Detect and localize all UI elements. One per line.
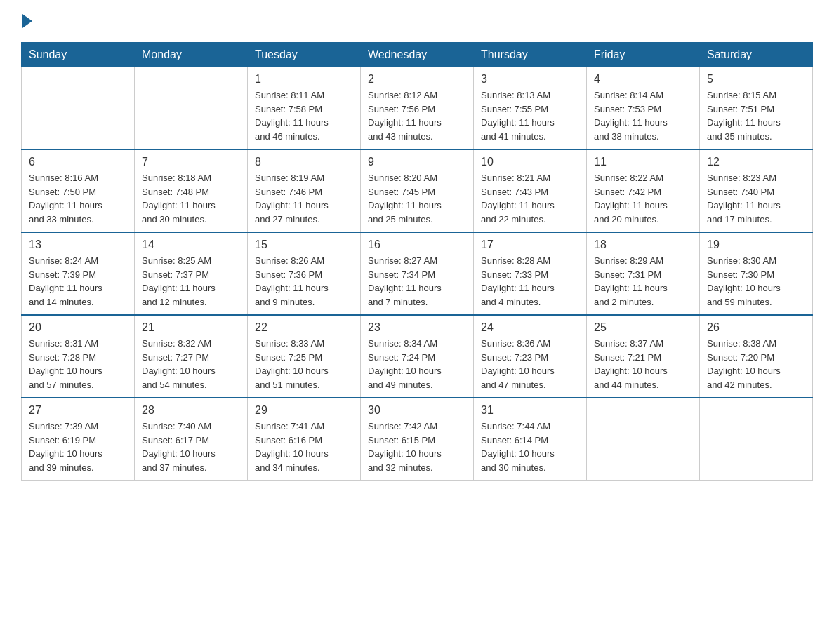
calendar-cell: 3Sunrise: 8:13 AM Sunset: 7:55 PM Daylig…: [474, 67, 587, 150]
day-number: 23: [368, 321, 466, 334]
day-number: 24: [481, 321, 579, 334]
calendar-cell: 19Sunrise: 8:30 AM Sunset: 7:30 PM Dayli…: [700, 232, 813, 315]
column-header-monday: Monday: [135, 43, 248, 67]
day-info: Sunrise: 8:29 AM Sunset: 7:31 PM Dayligh…: [594, 254, 692, 309]
calendar-cell: 20Sunrise: 8:31 AM Sunset: 7:28 PM Dayli…: [22, 315, 135, 398]
calendar-week-row: 20Sunrise: 8:31 AM Sunset: 7:28 PM Dayli…: [22, 315, 813, 398]
calendar-week-row: 27Sunrise: 7:39 AM Sunset: 6:19 PM Dayli…: [22, 398, 813, 481]
day-info: Sunrise: 8:38 AM Sunset: 7:20 PM Dayligh…: [707, 337, 805, 391]
day-number: 18: [594, 239, 692, 251]
day-number: 12: [707, 156, 805, 168]
day-number: 8: [255, 156, 353, 168]
day-number: 22: [255, 321, 353, 334]
calendar-cell: 18Sunrise: 8:29 AM Sunset: 7:31 PM Dayli…: [587, 232, 700, 315]
day-number: 30: [368, 404, 466, 417]
calendar-cell: 29Sunrise: 7:41 AM Sunset: 6:16 PM Dayli…: [248, 398, 361, 481]
day-number: 13: [29, 239, 127, 251]
calendar-cell: 8Sunrise: 8:19 AM Sunset: 7:46 PM Daylig…: [248, 149, 361, 232]
day-number: 5: [707, 73, 805, 86]
day-info: Sunrise: 7:42 AM Sunset: 6:15 PM Dayligh…: [368, 420, 466, 474]
day-number: 19: [707, 239, 805, 251]
day-number: 6: [29, 156, 127, 168]
day-number: 25: [594, 321, 692, 334]
day-info: Sunrise: 8:15 AM Sunset: 7:51 PM Dayligh…: [707, 88, 805, 143]
day-info: Sunrise: 8:13 AM Sunset: 7:55 PM Dayligh…: [481, 88, 579, 143]
day-number: 11: [594, 156, 692, 168]
day-number: 26: [707, 321, 805, 334]
calendar-cell: 25Sunrise: 8:37 AM Sunset: 7:21 PM Dayli…: [587, 315, 700, 398]
calendar-cell: 23Sunrise: 8:34 AM Sunset: 7:24 PM Dayli…: [361, 315, 474, 398]
day-number: 1: [255, 73, 353, 86]
calendar-cell: 10Sunrise: 8:21 AM Sunset: 7:43 PM Dayli…: [474, 149, 587, 232]
calendar-cell: 17Sunrise: 8:28 AM Sunset: 7:33 PM Dayli…: [474, 232, 587, 315]
day-info: Sunrise: 8:27 AM Sunset: 7:34 PM Dayligh…: [368, 254, 466, 309]
calendar-cell: 12Sunrise: 8:23 AM Sunset: 7:40 PM Dayli…: [700, 149, 813, 232]
day-info: Sunrise: 8:11 AM Sunset: 7:58 PM Dayligh…: [255, 88, 353, 143]
calendar-cell: [22, 67, 135, 150]
calendar-cell: 4Sunrise: 8:14 AM Sunset: 7:53 PM Daylig…: [587, 67, 700, 150]
calendar-cell: 15Sunrise: 8:26 AM Sunset: 7:36 PM Dayli…: [248, 232, 361, 315]
day-number: 4: [594, 73, 692, 86]
day-info: Sunrise: 8:20 AM Sunset: 7:45 PM Dayligh…: [368, 171, 466, 226]
page-header: [21, 14, 813, 28]
column-header-sunday: Sunday: [22, 43, 135, 67]
day-info: Sunrise: 8:33 AM Sunset: 7:25 PM Dayligh…: [255, 337, 353, 391]
column-header-saturday: Saturday: [700, 43, 813, 67]
calendar-cell: 13Sunrise: 8:24 AM Sunset: 7:39 PM Dayli…: [22, 232, 135, 315]
calendar-table: SundayMondayTuesdayWednesdayThursdayFrid…: [21, 42, 813, 481]
calendar-week-row: 13Sunrise: 8:24 AM Sunset: 7:39 PM Dayli…: [22, 232, 813, 315]
day-info: Sunrise: 8:21 AM Sunset: 7:43 PM Dayligh…: [481, 171, 579, 226]
day-info: Sunrise: 7:41 AM Sunset: 6:16 PM Dayligh…: [255, 420, 353, 474]
calendar-cell: 5Sunrise: 8:15 AM Sunset: 7:51 PM Daylig…: [700, 67, 813, 150]
day-info: Sunrise: 8:26 AM Sunset: 7:36 PM Dayligh…: [255, 254, 353, 309]
calendar-cell: 14Sunrise: 8:25 AM Sunset: 7:37 PM Dayli…: [135, 232, 248, 315]
calendar-cell: [587, 398, 700, 481]
day-number: 14: [142, 239, 240, 251]
day-info: Sunrise: 8:31 AM Sunset: 7:28 PM Dayligh…: [29, 337, 127, 391]
day-info: Sunrise: 8:32 AM Sunset: 7:27 PM Dayligh…: [142, 337, 240, 391]
day-number: 15: [255, 239, 353, 251]
day-info: Sunrise: 8:25 AM Sunset: 7:37 PM Dayligh…: [142, 254, 240, 309]
calendar-header-row: SundayMondayTuesdayWednesdayThursdayFrid…: [22, 43, 813, 67]
day-number: 27: [29, 404, 127, 417]
day-info: Sunrise: 7:39 AM Sunset: 6:19 PM Dayligh…: [29, 420, 127, 474]
day-number: 28: [142, 404, 240, 417]
calendar-cell: 31Sunrise: 7:44 AM Sunset: 6:14 PM Dayli…: [474, 398, 587, 481]
day-info: Sunrise: 8:28 AM Sunset: 7:33 PM Dayligh…: [481, 254, 579, 309]
calendar-cell: 16Sunrise: 8:27 AM Sunset: 7:34 PM Dayli…: [361, 232, 474, 315]
day-number: 7: [142, 156, 240, 168]
calendar-cell: 7Sunrise: 8:18 AM Sunset: 7:48 PM Daylig…: [135, 149, 248, 232]
calendar-cell: 30Sunrise: 7:42 AM Sunset: 6:15 PM Dayli…: [361, 398, 474, 481]
day-number: 20: [29, 321, 127, 334]
calendar-cell: 28Sunrise: 7:40 AM Sunset: 6:17 PM Dayli…: [135, 398, 248, 481]
day-number: 21: [142, 321, 240, 334]
calendar-cell: 6Sunrise: 8:16 AM Sunset: 7:50 PM Daylig…: [22, 149, 135, 232]
column-header-tuesday: Tuesday: [248, 43, 361, 67]
day-number: 17: [481, 239, 579, 251]
column-header-friday: Friday: [587, 43, 700, 67]
calendar-cell: 2Sunrise: 8:12 AM Sunset: 7:56 PM Daylig…: [361, 67, 474, 150]
calendar-week-row: 1Sunrise: 8:11 AM Sunset: 7:58 PM Daylig…: [22, 67, 813, 150]
day-info: Sunrise: 8:22 AM Sunset: 7:42 PM Dayligh…: [594, 171, 692, 226]
calendar-cell: 22Sunrise: 8:33 AM Sunset: 7:25 PM Dayli…: [248, 315, 361, 398]
calendar-cell: 21Sunrise: 8:32 AM Sunset: 7:27 PM Dayli…: [135, 315, 248, 398]
day-info: Sunrise: 8:30 AM Sunset: 7:30 PM Dayligh…: [707, 254, 805, 309]
day-info: Sunrise: 8:37 AM Sunset: 7:21 PM Dayligh…: [594, 337, 692, 391]
day-info: Sunrise: 8:12 AM Sunset: 7:56 PM Dayligh…: [368, 88, 466, 143]
column-header-wednesday: Wednesday: [361, 43, 474, 67]
logo-arrow-icon: [22, 14, 32, 28]
calendar-cell: 1Sunrise: 8:11 AM Sunset: 7:58 PM Daylig…: [248, 67, 361, 150]
day-info: Sunrise: 8:19 AM Sunset: 7:46 PM Dayligh…: [255, 171, 353, 226]
day-number: 31: [481, 404, 579, 417]
day-number: 2: [368, 73, 466, 86]
day-number: 16: [368, 239, 466, 251]
day-number: 29: [255, 404, 353, 417]
day-info: Sunrise: 8:16 AM Sunset: 7:50 PM Dayligh…: [29, 171, 127, 226]
column-header-thursday: Thursday: [474, 43, 587, 67]
calendar-week-row: 6Sunrise: 8:16 AM Sunset: 7:50 PM Daylig…: [22, 149, 813, 232]
calendar-cell: 26Sunrise: 8:38 AM Sunset: 7:20 PM Dayli…: [700, 315, 813, 398]
calendar-cell: 24Sunrise: 8:36 AM Sunset: 7:23 PM Dayli…: [474, 315, 587, 398]
calendar-cell: [700, 398, 813, 481]
logo: [21, 14, 34, 28]
day-info: Sunrise: 8:18 AM Sunset: 7:48 PM Dayligh…: [142, 171, 240, 226]
